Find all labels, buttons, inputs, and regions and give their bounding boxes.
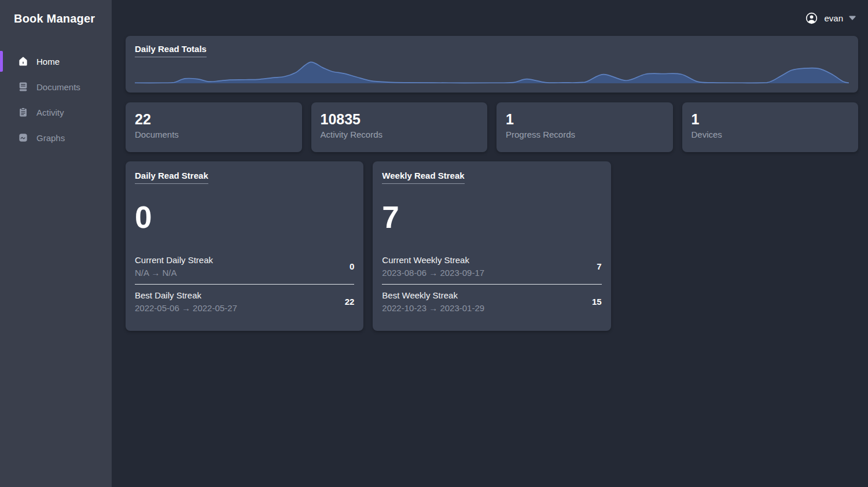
streak-row-value: 22 — [338, 297, 355, 307]
stats-row: 22 Documents 10835 Activity Records 1 Pr… — [126, 102, 858, 152]
graph-icon — [17, 132, 29, 143]
app-title: Book Manager — [0, 0, 112, 25]
daily-read-totals-title: Daily Read Totals — [135, 44, 207, 57]
home-icon — [17, 56, 29, 67]
chart-line — [135, 62, 849, 83]
streak-row-value: 15 — [585, 297, 602, 307]
stat-label: Progress Records — [506, 130, 664, 139]
sidebar-item-label: Home — [36, 57, 60, 67]
sidebar: Book Manager Home Documents — [0, 0, 112, 487]
weekly-streak-big-value: 7 — [382, 202, 601, 233]
streak-row-range: 2023-08-06 → 2023-09-17 — [382, 268, 484, 278]
best-weekly-streak-row: Best Weekly Streak 2022-10-23 → 2023-01-… — [382, 284, 601, 319]
streak-row-range: 2022-10-23 → 2023-01-29 — [382, 303, 484, 313]
stat-value: 10835 — [321, 111, 479, 128]
sidebar-item-activity[interactable]: Activity — [0, 99, 112, 125]
sidebar-item-graphs[interactable]: Graphs — [0, 125, 112, 150]
streak-row-label: Current Daily Streak — [135, 255, 213, 265]
streak-row-value: 0 — [343, 261, 354, 271]
clipboard-icon — [17, 106, 29, 118]
main-content: evan Daily Read Totals 22 Documents 1083… — [112, 0, 868, 487]
user-menu[interactable]: evan — [805, 12, 858, 25]
topbar: evan — [126, 0, 858, 36]
user-avatar-icon — [805, 12, 818, 25]
daily-read-totals-card: Daily Read Totals — [126, 36, 858, 93]
streak-row-label: Best Weekly Streak — [382, 290, 484, 300]
stat-value: 22 — [135, 111, 293, 128]
stat-label: Devices — [692, 130, 849, 139]
stat-label: Documents — [135, 130, 293, 139]
sidebar-nav: Home Documents Activity — [0, 49, 112, 150]
streak-row-label: Best Daily Streak — [135, 290, 237, 300]
daily-streak-big-value: 0 — [135, 202, 354, 233]
stat-card-devices: 1 Devices — [682, 102, 859, 152]
book-icon — [17, 81, 29, 93]
streak-row-label: Current Weekly Streak — [382, 255, 484, 265]
streak-row-range: 2022-05-06 → 2022-05-27 — [135, 303, 237, 313]
streaks-row: Daily Read Streak 0 Current Daily Streak… — [126, 161, 858, 331]
weekly-read-streak-card: Weekly Read Streak 7 Current Weekly Stre… — [373, 161, 610, 331]
stat-card-activity-records: 10835 Activity Records — [311, 102, 488, 152]
daily-read-chart — [135, 60, 849, 84]
stat-card-progress-records: 1 Progress Records — [496, 102, 673, 152]
streak-row-value: 7 — [590, 261, 601, 271]
chevron-down-icon — [849, 16, 856, 20]
sidebar-item-label: Documents — [36, 82, 80, 92]
current-daily-streak-row: Current Daily Streak N/A → N/A 0 — [135, 249, 354, 284]
streaks-empty-cell — [620, 161, 858, 331]
sidebar-item-documents[interactable]: Documents — [0, 74, 112, 99]
sidebar-item-label: Graphs — [36, 133, 65, 143]
username: evan — [824, 13, 843, 23]
daily-streak-title: Daily Read Streak — [135, 171, 208, 184]
sidebar-item-home[interactable]: Home — [0, 49, 112, 74]
stat-value: 1 — [506, 111, 664, 128]
streak-row-range: N/A → N/A — [135, 268, 213, 278]
stat-value: 1 — [692, 111, 849, 128]
stat-label: Activity Records — [321, 130, 479, 139]
daily-read-streak-card: Daily Read Streak 0 Current Daily Streak… — [126, 161, 363, 331]
weekly-streak-title: Weekly Read Streak — [382, 171, 464, 184]
sidebar-item-label: Activity — [36, 108, 64, 117]
stat-card-documents: 22 Documents — [126, 102, 302, 152]
current-weekly-streak-row: Current Weekly Streak 2023-08-06 → 2023-… — [382, 249, 601, 284]
best-daily-streak-row: Best Daily Streak 2022-05-06 → 2022-05-2… — [135, 284, 354, 319]
